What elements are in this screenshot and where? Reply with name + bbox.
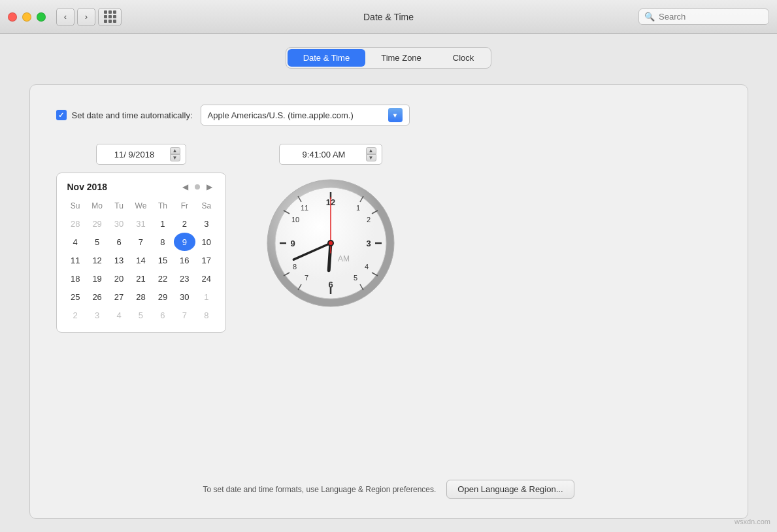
weekday-th: Th [152, 199, 173, 214]
svg-text:11: 11 [300, 204, 308, 212]
date-stepper: ▲ ▼ [170, 147, 180, 161]
date-up-button[interactable]: ▲ [170, 147, 180, 154]
auto-time-label: Set date and time automatically: [72, 110, 193, 120]
calendar-day[interactable]: 4 [108, 306, 129, 324]
auto-time-checkbox[interactable]: ✓ [56, 110, 67, 120]
date-field[interactable]: 11/ 9/2018 ▲ ▼ [96, 144, 186, 165]
calendar-day[interactable]: 19 [86, 269, 108, 288]
calendar-day[interactable]: 27 [108, 288, 129, 306]
calendar-day[interactable]: 22 [152, 269, 173, 288]
calendar-day[interactable]: 4 [65, 233, 86, 251]
svg-text:4: 4 [364, 263, 368, 271]
close-button[interactable] [8, 12, 17, 22]
tab-time-zone[interactable]: Time Zone [365, 49, 437, 67]
calendar-day[interactable]: 3 [195, 214, 217, 233]
tab-clock[interactable]: Clock [437, 49, 490, 67]
grid-icon [104, 10, 116, 23]
time-value: 9:41:00 AM [285, 150, 363, 159]
calendar-day[interactable]: 10 [195, 233, 217, 251]
calendar-day[interactable]: 2 [65, 306, 86, 324]
calendar-day[interactable]: 18 [65, 269, 86, 288]
calendar-day[interactable]: 8 [152, 233, 173, 251]
traffic-lights [8, 12, 46, 22]
calendar-day[interactable]: 28 [65, 214, 86, 233]
time-down-button[interactable]: ▼ [366, 154, 376, 161]
calendar-day[interactable]: 3 [86, 306, 108, 324]
datetime-section: 11/ 9/2018 ▲ ▼ Nov 2018 ◀ ▶ [56, 144, 721, 467]
time-field[interactable]: 9:41:00 AM ▲ ▼ [279, 144, 382, 165]
svg-point-32 [329, 241, 333, 245]
server-select[interactable]: Apple Americas/U.S. (time.apple.com.) ▼ [201, 105, 410, 125]
calendar-day[interactable]: 30 [174, 288, 195, 306]
server-value: Apple Americas/U.S. (time.apple.com.) [208, 110, 383, 120]
clock-face: 12 3 6 9 1 2 4 5 7 8 10 11 AM [265, 178, 396, 308]
calendar-day[interactable]: 24 [195, 269, 217, 288]
calendar-day[interactable]: 7 [130, 233, 152, 251]
calendar-day[interactable]: 12 [86, 251, 108, 269]
calendar-day[interactable]: 2 [174, 214, 195, 233]
svg-text:5: 5 [353, 274, 357, 282]
calendar-day[interactable]: 5 [86, 233, 108, 251]
calendar-day[interactable]: 9 [174, 233, 195, 251]
calendar-today-dot[interactable] [195, 184, 200, 190]
search-input[interactable] [659, 12, 763, 22]
date-section: 11/ 9/2018 ▲ ▼ Nov 2018 ◀ ▶ [56, 144, 226, 467]
nav-buttons: ‹ › [56, 8, 95, 26]
calendar-day[interactable]: 8 [195, 306, 217, 324]
svg-text:9: 9 [290, 239, 295, 248]
calendar-day[interactable]: 28 [130, 288, 152, 306]
time-up-button[interactable]: ▲ [366, 147, 376, 154]
grid-view-button[interactable] [98, 8, 122, 26]
weekday-fr: Fr [174, 199, 195, 214]
calendar-day[interactable]: 20 [108, 269, 129, 288]
calendar-prev-button[interactable]: ◀ [180, 181, 191, 193]
minimize-button[interactable] [22, 12, 31, 22]
open-language-region-button[interactable]: Open Language & Region... [446, 480, 574, 499]
maximize-button[interactable] [37, 12, 46, 22]
back-button[interactable]: ‹ [56, 8, 74, 26]
tab-date-time[interactable]: Date & Time [288, 49, 366, 67]
calendar-day[interactable]: 6 [152, 306, 173, 324]
time-stepper: ▲ ▼ [366, 147, 376, 161]
calendar-day[interactable]: 29 [152, 288, 173, 306]
search-box[interactable]: 🔍 [638, 8, 769, 25]
calendar-day[interactable]: 14 [130, 251, 152, 269]
forward-button[interactable]: › [77, 8, 95, 26]
date-down-button[interactable]: ▼ [170, 154, 180, 161]
calendar-day[interactable]: 29 [86, 214, 108, 233]
calendar-day[interactable]: 1 [152, 214, 173, 233]
calendar-day[interactable]: 6 [108, 233, 129, 251]
svg-text:6: 6 [328, 280, 333, 290]
svg-text:3: 3 [366, 239, 371, 248]
calendar-day[interactable]: 30 [108, 214, 129, 233]
calendar-next-button[interactable]: ▶ [204, 181, 215, 193]
weekday-sa: Sa [195, 199, 217, 214]
auto-time-row: ✓ Set date and time automatically: Apple… [56, 105, 721, 125]
svg-text:8: 8 [292, 263, 296, 271]
calendar-day[interactable]: 15 [152, 251, 173, 269]
footer-info-text: To set date and time formats, use Langua… [203, 485, 436, 494]
search-icon: 🔍 [644, 12, 655, 22]
calendar-day[interactable]: 16 [174, 251, 195, 269]
calendar-day[interactable]: 17 [195, 251, 217, 269]
calendar-day[interactable]: 21 [130, 269, 152, 288]
calendar-day[interactable]: 7 [174, 306, 195, 324]
calendar-day[interactable]: 11 [65, 251, 86, 269]
calendar-month-year: Nov 2018 [67, 182, 107, 192]
panel: ✓ Set date and time automatically: Apple… [29, 84, 748, 519]
calendar-day[interactable]: 23 [174, 269, 195, 288]
calendar-header: Nov 2018 ◀ ▶ [65, 181, 218, 193]
date-value: 11/ 9/2018 [102, 150, 167, 159]
calendar-day[interactable]: 1 [195, 288, 217, 306]
calendar-day[interactable]: 31 [130, 214, 152, 233]
calendar-day[interactable]: 26 [86, 288, 108, 306]
weekday-tu: Tu [108, 199, 129, 214]
checkbox-wrapper[interactable]: ✓ Set date and time automatically: [56, 110, 193, 120]
calendar-day[interactable]: 13 [108, 251, 129, 269]
calendar-day[interactable]: 5 [130, 306, 152, 324]
weekday-we: We [130, 199, 152, 214]
window-title: Date & Time [363, 12, 414, 22]
calendar-day[interactable]: 25 [65, 288, 86, 306]
svg-text:2: 2 [366, 216, 370, 224]
weekday-su: Su [65, 199, 86, 214]
